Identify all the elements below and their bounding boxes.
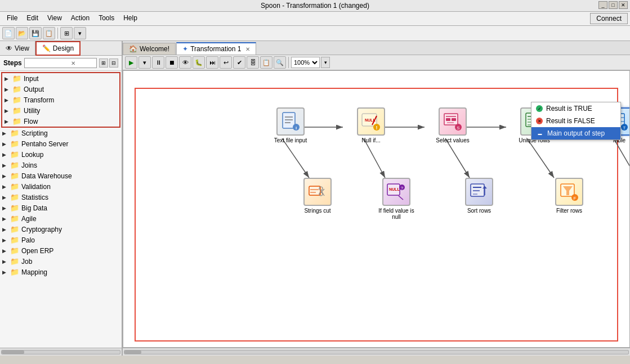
tree-item-joins[interactable]: ▶ 📁 Joins xyxy=(0,160,122,170)
stop-button[interactable]: ⏹ xyxy=(166,56,178,69)
save-as-button[interactable]: 📋 xyxy=(43,27,55,39)
folder-icon-job: 📁 xyxy=(10,257,19,266)
search-input[interactable] xyxy=(26,60,71,66)
search-box: ✕ xyxy=(24,58,97,68)
tab-close-button[interactable]: ✕ xyxy=(245,46,250,52)
minimize-button[interactable]: _ xyxy=(598,1,607,9)
expand-all-button[interactable]: ⊞ xyxy=(99,59,108,68)
tree-item-validation[interactable]: ▶ 📁 Validation xyxy=(0,181,122,192)
tree-item-cryptography[interactable]: ▶ 📁 Cryptography xyxy=(0,224,122,235)
label-job: Job xyxy=(21,258,32,266)
layers-button[interactable]: ⊞ xyxy=(60,27,73,39)
tree-item-datawarehouse[interactable]: ▶ 📁 Data Warehouse xyxy=(0,170,122,181)
layers-drop[interactable]: ▾ xyxy=(74,27,86,39)
svg-line-54 xyxy=(399,196,403,200)
menu-bar: File Edit View Action Tools Help Connect xyxy=(0,12,630,26)
tree-item-scripting[interactable]: ▶ 📁 Scripting xyxy=(0,128,122,138)
svg-rect-25 xyxy=(452,118,456,121)
step-null-if[interactable]: NULL ! Null if... xyxy=(348,107,394,143)
tab-transformation1[interactable]: ✦ Transformation 1 ✕ xyxy=(176,42,256,55)
step-sort-rows[interactable]: Sort rows xyxy=(457,178,502,214)
menu-action[interactable]: Action xyxy=(66,13,94,24)
arrow-validation: ▶ xyxy=(2,184,8,190)
tree-item-mapping[interactable]: ▶ 📁 Mapping xyxy=(0,267,122,277)
left-scroll-thumb[interactable] xyxy=(2,350,24,354)
label-datawarehouse: Data Warehouse xyxy=(21,172,72,180)
popup-result-false[interactable]: ✕ Result is FALSE xyxy=(531,115,620,127)
save-button[interactable]: 💾 xyxy=(29,27,42,39)
maximize-button[interactable]: □ xyxy=(609,1,618,9)
transformation-tab-label: Transformation 1 xyxy=(190,45,241,53)
tree-item-flow[interactable]: ▶ 📁 Flow xyxy=(2,116,119,127)
close-button[interactable]: ✕ xyxy=(619,1,628,9)
popup-result-true[interactable]: ✓ Result is TRUE xyxy=(531,102,620,115)
label-palo: Palo xyxy=(21,236,35,244)
tree-item-palo[interactable]: ▶ 📁 Palo xyxy=(0,235,122,245)
step-icon-sort-rows xyxy=(465,178,493,206)
sql-button[interactable]: 📋 xyxy=(260,56,272,69)
bottom-scrollbar[interactable] xyxy=(123,348,630,356)
step-text-file-input[interactable]: i Text file input xyxy=(268,107,313,143)
step-select-values[interactable]: S Select values xyxy=(430,107,475,143)
tree-item-job[interactable]: ▶ 📁 Job xyxy=(0,256,122,267)
tree-item-bigdata[interactable]: ▶ 📁 Big Data xyxy=(0,203,122,213)
menu-edit[interactable]: Edit xyxy=(22,13,43,24)
tree-item-output[interactable]: ▶ 📁 Output xyxy=(2,84,119,95)
window-controls: _ □ ✕ xyxy=(598,1,628,9)
arrow-flow: ▶ xyxy=(5,119,10,124)
menu-file[interactable]: File xyxy=(2,13,22,24)
canvas[interactable]: i Text file input NULL ! xyxy=(123,70,630,348)
replay-button[interactable]: ↩ xyxy=(220,56,232,69)
folder-icon-statistics: 📁 xyxy=(10,193,19,201)
collapse-all-button[interactable]: ⊟ xyxy=(109,59,118,68)
pause-button[interactable]: ⏸ xyxy=(152,56,164,69)
folder-icon-bigdata: 📁 xyxy=(10,204,19,212)
tree-item-pentaho[interactable]: ▶ 📁 Pentaho Server xyxy=(0,138,122,149)
menu-tools[interactable]: Tools xyxy=(94,13,119,24)
run-drop-button[interactable]: ▾ xyxy=(138,56,151,69)
check-button[interactable]: ✔ xyxy=(233,56,245,69)
menu-help[interactable]: Help xyxy=(119,13,142,24)
tab-view[interactable]: 👁 View xyxy=(0,41,35,55)
filter-rows-icon: F xyxy=(559,182,579,202)
explore-button[interactable]: 🔍 xyxy=(274,56,286,69)
folder-icon-palo: 📁 xyxy=(10,236,19,244)
db-button[interactable]: 🗄 xyxy=(247,56,259,69)
arrow-cryptography: ▶ xyxy=(2,227,8,232)
left-panel-scrollbar[interactable] xyxy=(0,348,122,356)
tree-item-utility[interactable]: ▶ 📁 Utility xyxy=(2,105,119,116)
svg-text:i: i xyxy=(296,125,297,131)
popup-main-output[interactable]: ▬ Main output of step xyxy=(531,127,620,140)
preview-button[interactable]: 👁 xyxy=(179,56,191,69)
svg-text:S: S xyxy=(457,125,459,131)
tree-item-statistics[interactable]: ▶ 📁 Statistics xyxy=(0,192,122,203)
connect-button[interactable]: Connect xyxy=(590,13,628,24)
zoom-select[interactable]: 100% 75% 50% 150% xyxy=(291,57,320,68)
step-icon-text-file-input: i xyxy=(276,107,305,136)
label-statistics: Statistics xyxy=(21,194,48,201)
folder-icon-datawarehouse: 📁 xyxy=(10,172,19,180)
tree-item-lookup[interactable]: ▶ 📁 Lookup xyxy=(0,149,122,160)
step-forward-button[interactable]: ⏭ xyxy=(206,56,218,69)
step-if-field-null[interactable]: NULL ? If field value is null xyxy=(374,178,419,220)
tree-item-openerp[interactable]: ▶ 📁 Open ERP xyxy=(0,245,122,256)
tree-item-transform[interactable]: ▶ 📁 Transform xyxy=(2,95,119,105)
tree-item-input[interactable]: ▶ 📁 Input xyxy=(2,73,119,84)
folder-icon-transform: 📁 xyxy=(12,96,21,104)
tab-welcome[interactable]: 🏠 Welcome! xyxy=(123,43,176,55)
step-strings-cut[interactable]: Strings cut xyxy=(295,178,340,214)
zoom-dropdown-button[interactable]: ▾ xyxy=(321,57,330,68)
menu-view[interactable]: View xyxy=(43,13,66,24)
tree-item-agile[interactable]: ▶ 📁 Agile xyxy=(0,213,122,224)
clear-search-button[interactable]: ✕ xyxy=(71,60,75,66)
tab-design[interactable]: ✏️ Design xyxy=(35,41,81,56)
step-filter-rows[interactable]: F Filter rows xyxy=(547,178,592,214)
result-true-icon: ✓ xyxy=(536,105,543,112)
open-button[interactable]: 📂 xyxy=(16,27,28,39)
run-button[interactable]: ▶ xyxy=(125,56,137,69)
step-icon-strings-cut xyxy=(303,178,332,206)
tabs-bar: 🏠 Welcome! ✦ Transformation 1 ✕ xyxy=(123,41,630,55)
scroll-thumb[interactable] xyxy=(124,350,141,354)
new-button[interactable]: 📄 xyxy=(2,27,15,39)
debug-button[interactable]: 🐛 xyxy=(193,56,205,69)
